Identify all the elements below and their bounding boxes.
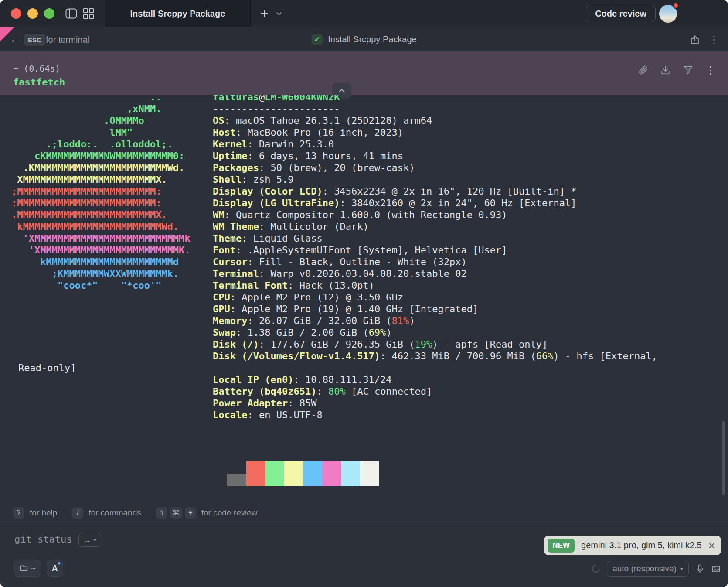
- close-window-button[interactable]: [11, 8, 21, 19]
- system-info-line: falturas@LM-W6004KWN2K: [213, 95, 340, 103]
- window-grid-icon[interactable]: [80, 5, 97, 22]
- system-info-line: Theme: Liquid Glass: [213, 232, 323, 244]
- warp-terminal-window: Install Srcppy Package Code review ← ESC…: [0, 0, 728, 587]
- ascii-art-line: lMM": [11, 126, 133, 138]
- code-review-button[interactable]: Code review: [586, 5, 656, 22]
- palette-swatch: [341, 461, 360, 486]
- system-info-line: Disk (/): 177.67 GiB / 926.35 GiB (19%) …: [213, 338, 548, 350]
- system-info-line: Disk (/Volumes/Flow-v1.4.517): 462.33 Mi…: [213, 350, 657, 362]
- ascii-art-line: ..: [11, 95, 161, 103]
- terminal-output[interactable]: .. ,xNMM. .OMMMMo lMM" .;loddo:. .ollodd…: [0, 95, 728, 504]
- ascii-art-line: ;MMMMMMMMMMMMMMMMMMMMMMMM:: [11, 185, 161, 197]
- code-review-hint-label: for code review: [201, 508, 258, 518]
- system-info-line: CPU: Apple M2 Pro (12) @ 3.50 GHz: [213, 291, 403, 303]
- color-palette: [227, 461, 379, 486]
- system-info-line: OS: macOS Tahoe 26.3.1 (25D2128) arm64: [213, 115, 432, 126]
- task-header[interactable]: ✓ Install Srcppy Package: [311, 27, 416, 51]
- plus-key-icon: +: [185, 507, 196, 519]
- esc-key-badge: ESC: [24, 34, 45, 46]
- cwd-label: ~: [13, 63, 18, 74]
- palette-swatch: [322, 461, 341, 486]
- palette-swatch: [265, 461, 284, 486]
- command-input[interactable]: git status: [14, 534, 72, 545]
- system-info-line: Uptime: 6 days, 13 hours, 41 mins: [213, 150, 403, 162]
- new-badge: NEW: [548, 539, 575, 553]
- ascii-art-line: .MMMMMMMMMMMMMMMMMMMMMMMMX.: [11, 209, 167, 221]
- system-info-line: Display (Color LCD): 3456x2234 @ 2x in 1…: [213, 185, 576, 197]
- scrollbar-thumb[interactable]: [722, 421, 725, 495]
- new-models-text: gemini 3.1 pro, glm 5, kimi k2.5: [581, 540, 702, 550]
- share-icon[interactable]: [690, 34, 700, 45]
- duration-label: (0.64s): [24, 63, 60, 74]
- code-review-label: Code review: [595, 9, 646, 19]
- commands-label: for commands: [88, 508, 141, 518]
- task-title: Install Srcppy Package: [328, 34, 416, 44]
- tab-install-srcppy-package[interactable]: Install Srcppy Package: [105, 0, 251, 27]
- system-info-line: Kernel: Darwin 25.3.0: [213, 138, 334, 150]
- run-command-button[interactable]: → ▾: [78, 533, 101, 547]
- system-info-line: Shell: zsh 5.9: [213, 174, 293, 185]
- help-label: for help: [30, 508, 57, 518]
- filter-icon[interactable]: [683, 65, 694, 75]
- commands-key-badge: /: [72, 507, 83, 519]
- system-info-line: Power Adapter: 85W: [213, 397, 316, 409]
- sparkle-icon: [57, 561, 61, 566]
- ascii-art-line: .OMMMMo: [11, 115, 144, 126]
- system-info-line: Swap: 1.38 GiB / 2.00 GiB (69%): [213, 327, 392, 338]
- system-info-line: Locale: en_US.UTF-8: [213, 409, 323, 421]
- ascii-art-line: kMMMMMMMMMMMMMMMMMMMMMMd: [11, 256, 179, 268]
- system-info-line: Read-only]: [18, 362, 76, 374]
- traffic-lights: [0, 8, 62, 19]
- command-block[interactable]: ~ (0.64s) fastfetch ⋮: [0, 51, 728, 95]
- model-mode-value: auto (responsive): [612, 564, 677, 573]
- palette-swatch: [246, 461, 265, 486]
- system-info-line: Memory: 26.07 GiB / 32.00 GiB (81%): [213, 315, 415, 327]
- command-meta: ~ (0.64s): [13, 63, 60, 74]
- download-icon[interactable]: [660, 65, 671, 75]
- system-info-line: Local IP (en0): 10.88.111.31/24: [213, 374, 392, 386]
- system-info-line: Packages: 50 (brew), 20 (brew-cask): [213, 162, 415, 174]
- spinner-icon: [591, 564, 601, 573]
- system-info-line: WM: Quartz Compositor 1.600.0 (with Rect…: [213, 209, 507, 221]
- more-options-icon[interactable]: ⋮: [709, 34, 719, 45]
- task-check-icon: ✓: [311, 34, 323, 45]
- system-info-line: Terminal Font: Hack (13.0pt): [213, 280, 374, 291]
- image-icon[interactable]: [711, 564, 721, 574]
- help-key-badge: ?: [13, 507, 24, 519]
- system-info-line: Terminal: Warp v0.2026.03.04.08.20.stabl…: [213, 268, 467, 280]
- ascii-art-line: :MMMMMMMMMMMMMMMMMMMMMMMM:: [11, 197, 161, 209]
- system-info-line: Cursor: Fill - Black, Outline - White (3…: [213, 256, 467, 268]
- folder-icon: [20, 564, 28, 573]
- esc-hint-label: for terminal: [46, 35, 89, 45]
- attach-icon[interactable]: [637, 65, 648, 75]
- block-menu-icon[interactable]: ⋮: [705, 65, 716, 75]
- new-models-banner[interactable]: NEW gemini 3.1 pro, glm 5, kimi k2.5 ×: [544, 536, 721, 555]
- microphone-icon[interactable]: [695, 564, 705, 574]
- model-mode-select[interactable]: auto (responsive) ▾: [607, 561, 689, 577]
- ascii-art-line: 'XMMMMMMMMMMMMMMMMMMMMMMMMMMk: [11, 232, 191, 244]
- ascii-art-line: kMMMMMMMMMMMMMMMMMMMMMMMMWd.: [11, 221, 179, 232]
- ascii-art-line: cKMMMMMMMMMMNWMMMMMMMMMM0:: [11, 150, 184, 162]
- palette-swatch: [360, 461, 379, 486]
- back-arrow-icon[interactable]: ←: [10, 33, 20, 45]
- banner-close-icon[interactable]: ×: [708, 540, 715, 551]
- enter-arrow-icon: →: [83, 536, 91, 545]
- ascii-art-line: .;loddo:. .olloddol;.: [11, 138, 173, 150]
- tab-list-chevron-icon[interactable]: [274, 8, 284, 19]
- working-directory-button[interactable]: ~: [14, 560, 41, 577]
- ai-autofill-button[interactable]: A: [47, 560, 63, 577]
- sidebar-toggle-icon[interactable]: [62, 5, 80, 22]
- run-options-caret-icon[interactable]: ▾: [94, 537, 96, 543]
- minimize-window-button[interactable]: [27, 8, 38, 19]
- command-input-panel[interactable]: git status → ▾ ~ A NEW gemini 3.: [0, 522, 728, 587]
- new-tab-button[interactable]: [255, 5, 273, 22]
- titlebar: Install Srcppy Package Code review: [0, 0, 728, 27]
- ai-letter: A: [52, 563, 58, 573]
- shift-key-icon: ⇧: [156, 507, 167, 519]
- ascii-art-line: XMMMMMMMMMMMMMMMMMMMMMMMX.: [11, 174, 167, 185]
- agent-subheader: ← ESC for terminal ✓ Install Srcppy Pack…: [0, 27, 728, 51]
- tab-title: Install Srcppy Package: [130, 9, 225, 19]
- maximize-window-button[interactable]: [44, 8, 54, 19]
- help-bar: ? for help / for commands ⇧ ⌘ + for code…: [0, 504, 728, 522]
- system-info-line: Display (LG UltraFine): 3840x2160 @ 2x i…: [213, 197, 576, 209]
